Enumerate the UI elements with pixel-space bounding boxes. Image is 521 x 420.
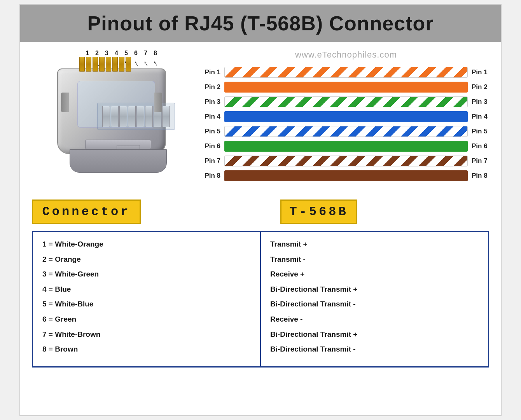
- wire-bar-7: [224, 156, 468, 166]
- contact-6: [145, 106, 153, 127]
- rj45-inner-cavity: [77, 81, 155, 128]
- pin-label-right-8: Pin 8: [468, 172, 489, 180]
- pin-label-right-3: Pin 3: [468, 98, 489, 106]
- pin-label-left-3: Pin 3: [203, 98, 224, 106]
- pin-row-6: Pin 6 Pin 6: [203, 141, 489, 152]
- contact-2: [111, 106, 119, 127]
- pin-row-1: Pin 1 Pin 1: [203, 67, 489, 78]
- pin-row-2: Pin 2 Pin 2: [203, 82, 489, 93]
- pin-label-left-7: Pin 7: [203, 157, 224, 165]
- wire-bar-5: [224, 126, 468, 137]
- labels-section: Connector T-568B: [20, 194, 501, 228]
- wire-name-5: 5 = White-Blue: [42, 299, 251, 310]
- rj45-body: [49, 68, 178, 177]
- t568b-label-wrap: T-568B: [149, 200, 489, 224]
- rj45-pin-6: [112, 57, 118, 72]
- pin-label-left-1: Pin 1: [203, 68, 224, 76]
- pin-label-left-6: Pin 6: [203, 142, 224, 150]
- wire-bar-8: [224, 170, 468, 181]
- function-2: Transmit -: [270, 254, 479, 265]
- contact-8: [162, 106, 170, 127]
- rj45-pin-4: [99, 57, 105, 72]
- rj45-pin-3: [93, 57, 98, 72]
- rj45-side-right: [154, 93, 162, 112]
- pin-num-5: 5: [122, 50, 131, 57]
- function-7: Bi-Directional Transmit +: [270, 329, 479, 340]
- bottom-table: 1 = White-Orange 2 = Orange 3 = White-Gr…: [32, 231, 489, 368]
- wire-name-7: 7 = White-Brown: [42, 329, 251, 340]
- contact-5: [136, 106, 144, 127]
- pin-label-right-7: Pin 7: [468, 157, 489, 165]
- pin-num-7: 7: [142, 50, 150, 57]
- wire-name-6: 6 = Green: [42, 314, 251, 325]
- rj45-pin-5: [106, 57, 111, 72]
- wire-bar-2: [224, 82, 468, 93]
- rj45-pin-7: [119, 57, 124, 72]
- pin-label-right-5: Pin 5: [468, 128, 489, 135]
- wire-name-8: 8 = Brown: [42, 344, 251, 355]
- pin-label-right-1: Pin 1: [468, 68, 489, 76]
- rj45-gold-pins: [79, 57, 131, 72]
- contact-4: [128, 106, 136, 127]
- rj45-contacts: [97, 103, 175, 130]
- rj45-outer-shell: [57, 68, 166, 154]
- connector-label-box: Connector: [32, 200, 141, 224]
- pin-num-6: 6: [132, 50, 140, 57]
- pin-num-2: 2: [93, 50, 101, 57]
- rj45-pin-1: [79, 57, 85, 72]
- wire-bar-6: [224, 141, 468, 152]
- website-url: www.eTechnophiles.com: [203, 50, 489, 60]
- pin-label-left-5: Pin 5: [203, 128, 224, 135]
- wire-name-4: 4 = Blue: [42, 284, 251, 295]
- wire-bar-1: [224, 67, 468, 78]
- pin-num-4: 4: [112, 50, 121, 57]
- left-section: 1 2 3 4 5 6 7 8 ↑ ↑ ↑ ↑ ↑ ↑ ↑: [32, 50, 195, 190]
- connector-diagram: 1 2 3 4 5 6 7 8 ↑ ↑ ↑ ↑ ↑ ↑ ↑: [40, 50, 187, 190]
- pin-rows: Pin 1 Pin 1 Pin 2 Pin 2 Pin 3 Pin 3: [203, 67, 489, 185]
- connector-label: Connector: [42, 205, 131, 219]
- arrow-8: ↑: [149, 57, 161, 70]
- wire-name-3: 3 = White-Green: [42, 269, 251, 280]
- function-1: Transmit +: [270, 239, 479, 250]
- t568b-label-box: T-568B: [280, 200, 357, 224]
- header: Pinout of RJ45 (T-568B) Connector: [20, 5, 501, 42]
- wire-bar-3: [224, 96, 468, 107]
- page-title: Pinout of RJ45 (T-568B) Connector: [24, 12, 497, 35]
- contact-3: [119, 106, 127, 127]
- wire-names-col: 1 = White-Orange 2 = Orange 3 = White-Gr…: [33, 232, 261, 366]
- rj45-side-left: [61, 93, 69, 112]
- wire-name-2: 2 = Orange: [42, 254, 251, 265]
- contact-1: [102, 106, 110, 127]
- rj45-pin-2: [86, 57, 91, 72]
- pin-row-8: Pin 8 Pin 8: [203, 170, 489, 181]
- functions-col: Transmit + Transmit - Receive + Bi-Direc…: [261, 232, 488, 366]
- function-4: Bi-Directional Transmit +: [270, 284, 479, 295]
- t568b-label: T-568B: [289, 205, 348, 219]
- rj45-bottom-curve: [70, 149, 167, 173]
- function-8: Bi-Directional Transmit -: [270, 344, 479, 355]
- pin-label-left-2: Pin 2: [203, 83, 224, 91]
- pin-label-right-6: Pin 6: [468, 142, 489, 150]
- pin-num-3: 3: [103, 50, 111, 57]
- pin-numbers-row: 1 2 3 4 5 6 7 8: [40, 50, 187, 57]
- pin-label-left-8: Pin 8: [203, 172, 224, 180]
- rj45-latch: [85, 140, 151, 149]
- pin-label-right-2: Pin 2: [468, 83, 489, 91]
- function-3: Receive +: [270, 269, 479, 280]
- pin-num-1: 1: [83, 50, 92, 57]
- arrow-7: ↑: [139, 57, 152, 70]
- function-5: Bi-Directional Transmit -: [270, 299, 479, 310]
- wire-bar-4: [224, 111, 468, 122]
- rj45-pin-8: [126, 57, 131, 72]
- pin-num-8: 8: [151, 50, 160, 57]
- pin-label-right-4: Pin 4: [468, 113, 489, 121]
- right-section: www.eTechnophiles.com Pin 1 Pin 1 Pin 2 …: [203, 50, 489, 185]
- pin-row-7: Pin 7 Pin 7: [203, 156, 489, 166]
- page-container: Pinout of RJ45 (T-568B) Connector 1 2 3 …: [19, 4, 502, 416]
- pin-row-5: Pin 5 Pin 5: [203, 126, 489, 137]
- arrow-6: ↑: [129, 57, 142, 70]
- pin-label-left-4: Pin 4: [203, 113, 224, 121]
- function-6: Receive -: [270, 314, 479, 325]
- main-content: 1 2 3 4 5 6 7 8 ↑ ↑ ↑ ↑ ↑ ↑ ↑: [20, 42, 501, 194]
- wire-name-1: 1 = White-Orange: [42, 239, 251, 250]
